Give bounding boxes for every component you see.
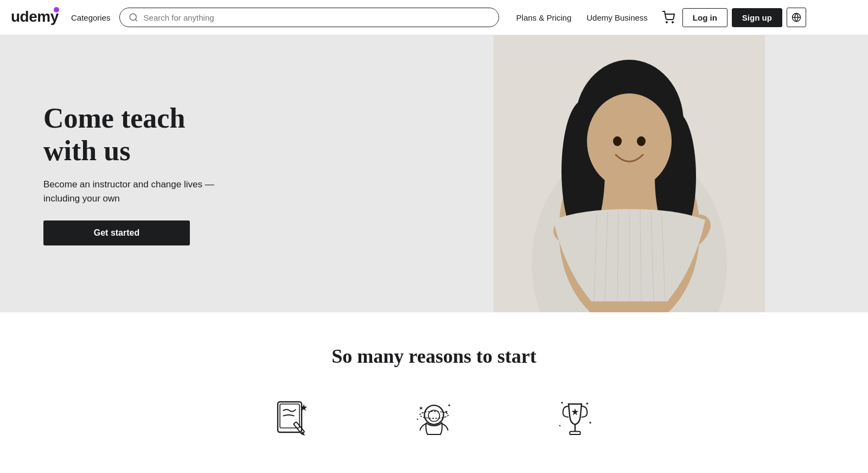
search-bar [119, 8, 499, 27]
svg-line-3 [135, 19, 137, 21]
explore-icon [410, 395, 458, 444]
language-button[interactable] [787, 8, 806, 27]
signup-button[interactable]: Sign up [732, 8, 782, 27]
plans-pricing-link[interactable]: Plans & Pricing [510, 9, 578, 27]
cart-icon [662, 11, 675, 24]
hero-content: Come teach with us Become an instructor … [0, 70, 288, 279]
navbar: udemy Categories Plans & Pricing Udemy B… [0, 0, 868, 35]
hero-section: Come teach with us Become an instructor … [0, 35, 868, 312]
search-icon [129, 12, 138, 22]
navbar-actions: Log in Sign up [659, 8, 806, 27]
hero-image [391, 35, 868, 312]
svg-point-30 [448, 405, 450, 406]
svg-rect-26 [280, 404, 299, 428]
svg-point-16 [613, 136, 622, 146]
reason-card-explore [380, 395, 488, 444]
svg-point-1 [54, 7, 59, 12]
svg-point-4 [666, 22, 667, 23]
nav-links: Plans & Pricing Udemy Business [510, 9, 654, 27]
instructor-illustration [494, 35, 765, 312]
svg-point-35 [561, 402, 563, 403]
reason-card-teach [239, 395, 347, 444]
teach-icon [269, 395, 317, 444]
svg-rect-34 [570, 431, 580, 434]
globe-icon [792, 12, 801, 22]
hero-title: Come teach with us [43, 102, 244, 167]
svg-text:udemy: udemy [11, 8, 59, 25]
reasons-cards [22, 395, 846, 444]
logo[interactable]: udemy [11, 7, 60, 29]
categories-link[interactable]: Categories [71, 13, 111, 22]
reasons-title: So many reasons to start [22, 345, 846, 368]
login-button[interactable]: Log in [682, 8, 727, 27]
reason-card-achieve [521, 395, 629, 444]
logo-text: udemy [11, 7, 60, 29]
svg-point-36 [559, 425, 560, 426]
udemy-business-link[interactable]: Udemy Business [580, 9, 654, 27]
reasons-section: So many reasons to start [0, 312, 868, 465]
cart-button[interactable] [659, 8, 678, 27]
svg-point-31 [417, 419, 418, 420]
svg-point-5 [672, 22, 673, 23]
get-started-button[interactable]: Get started [43, 220, 190, 245]
search-input[interactable] [144, 13, 490, 22]
achieve-icon [551, 395, 599, 444]
svg-point-2 [130, 14, 136, 20]
hero-subtitle: Become an instructor and change lives — … [43, 178, 244, 205]
svg-point-17 [637, 136, 646, 146]
svg-point-15 [587, 93, 672, 189]
